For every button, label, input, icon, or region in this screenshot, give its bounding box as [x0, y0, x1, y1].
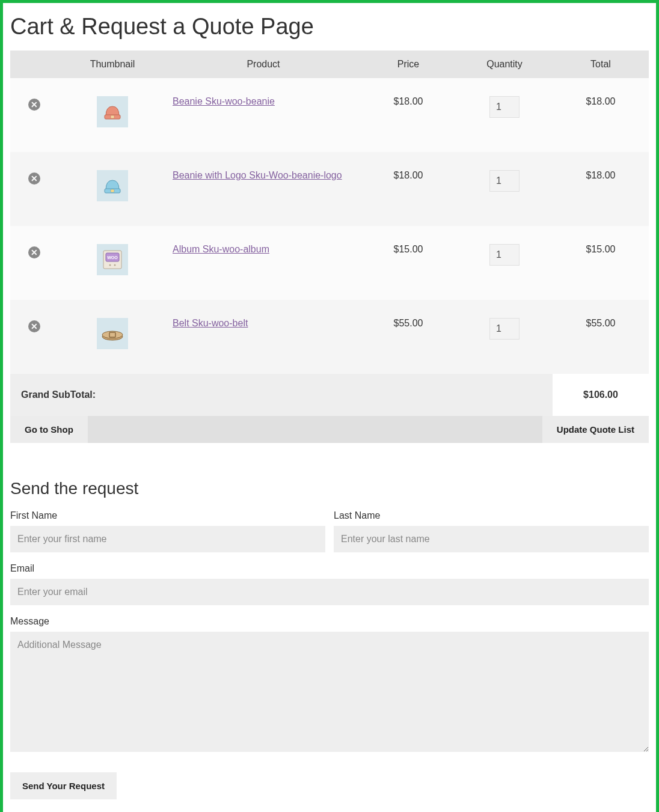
header-product: Product: [167, 50, 360, 78]
grand-subtotal-label: Grand SubTotal:: [10, 374, 553, 416]
header-total: Total: [553, 50, 649, 78]
table-row: ✕Belt Sku-woo-belt$55.00$55.00: [10, 300, 649, 374]
remove-icon[interactable]: ✕: [28, 246, 40, 258]
email-label: Email: [10, 563, 649, 574]
remove-icon[interactable]: ✕: [28, 99, 40, 111]
table-row: ✕Beanie with Logo Sku-Woo-beanie-logo$18…: [10, 152, 649, 226]
cart-table: Thumbnail Product Price Quantity Total ✕…: [10, 50, 649, 443]
last-name-input[interactable]: [334, 526, 649, 552]
product-link[interactable]: Album Sku-woo-album: [173, 244, 269, 254]
first-name-label: First Name: [10, 510, 325, 521]
header-thumbnail: Thumbnail: [58, 50, 167, 78]
remove-icon[interactable]: ✕: [28, 320, 40, 332]
quantity-input[interactable]: [489, 170, 520, 192]
update-quote-button[interactable]: Update Quote List: [542, 416, 649, 443]
item-price: $55.00: [360, 300, 456, 374]
remove-icon[interactable]: ✕: [28, 172, 40, 185]
header-quantity: Quantity: [456, 50, 553, 78]
message-label: Message: [10, 616, 649, 627]
send-request-title: Send the request: [10, 479, 649, 498]
page-title: Cart & Request a Quote Page: [10, 14, 649, 40]
product-thumbnail[interactable]: [97, 244, 128, 275]
go-to-shop-button[interactable]: Go to Shop: [10, 416, 88, 443]
product-link[interactable]: Belt Sku-woo-belt: [173, 318, 248, 328]
first-name-input[interactable]: [10, 526, 325, 552]
item-price: $15.00: [360, 226, 456, 300]
header-price: Price: [360, 50, 456, 78]
item-price: $18.00: [360, 78, 456, 152]
table-row: ✕Beanie Sku-woo-beanie$18.00$18.00: [10, 78, 649, 152]
message-textarea[interactable]: [10, 632, 649, 752]
item-price: $18.00: [360, 152, 456, 226]
quantity-input[interactable]: [489, 96, 520, 118]
product-link[interactable]: Beanie with Logo Sku-Woo-beanie-logo: [173, 170, 342, 180]
email-input[interactable]: [10, 579, 649, 605]
table-row: ✕Album Sku-woo-album$15.00$15.00: [10, 226, 649, 300]
item-total: $18.00: [553, 152, 649, 226]
item-total: $18.00: [553, 78, 649, 152]
product-link[interactable]: Beanie Sku-woo-beanie: [173, 96, 275, 106]
item-total: $15.00: [553, 226, 649, 300]
product-thumbnail[interactable]: [97, 318, 128, 349]
send-request-button[interactable]: Send Your Request: [10, 772, 117, 799]
quantity-input[interactable]: [489, 244, 520, 266]
product-thumbnail[interactable]: [97, 170, 128, 201]
quantity-input[interactable]: [489, 318, 520, 340]
item-total: $55.00: [553, 300, 649, 374]
grand-subtotal-value: $106.00: [553, 374, 649, 416]
product-thumbnail[interactable]: [97, 96, 128, 127]
last-name-label: Last Name: [334, 510, 649, 521]
